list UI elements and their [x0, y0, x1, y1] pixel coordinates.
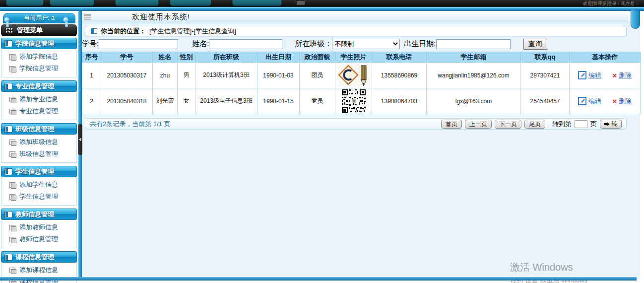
cell-photo: [335, 88, 372, 114]
cell-birthday: 1990-01-03: [258, 63, 300, 88]
edit-pencil-icon[interactable]: [578, 97, 586, 105]
menu-title: 管理菜单: [17, 26, 43, 35]
welcome-banner: 欢迎使用本系统!: [82, 11, 640, 23]
window-icon: [5, 126, 12, 132]
breadcrumb-path: [学生信息管理]-[学生信息查询]: [149, 27, 236, 36]
cell-phone: 13908064703: [372, 88, 427, 114]
menu-item-manage-teacher[interactable]: 教师信息管理: [1, 233, 76, 245]
copy-icon: [9, 97, 15, 102]
window-icon: [91, 28, 97, 34]
goto-page-input[interactable]: [575, 120, 587, 128]
topbar-menu-stub-1[interactable]: [6, 0, 44, 6]
col-header-email: 学生邮箱: [427, 52, 521, 63]
menu-item-label: 添加学院信息: [19, 52, 58, 61]
menu-group-header-teacher[interactable]: 教师信息管理: [1, 209, 77, 220]
app-window: 欢迎[管理员]登录！现在是： 当前用户: a 管理菜单 学院信息管理: [0, 0, 644, 283]
menu-group-header-major[interactable]: 专业信息管理: [1, 80, 77, 92]
menu-item-add-student[interactable]: 添加学生信息: [1, 179, 76, 191]
delete-x-icon[interactable]: ×: [612, 97, 617, 105]
right-arrow-icon: [604, 122, 610, 126]
welcome-text: 欢迎使用本系统!: [132, 12, 190, 22]
table-row: 1 201305030317 zhu 男 2013级计算机3班 1990-01-…: [82, 63, 641, 88]
menu-group-teacher: 教师信息管理 添加教师信息 教师信息管理: [1, 209, 77, 248]
header-accent-strip: [0, 6, 644, 11]
pushpin-icon: [63, 17, 68, 22]
birthday-input[interactable]: [436, 39, 511, 49]
window-icon: [5, 254, 12, 260]
menu-item-manage-student[interactable]: 学生信息管理: [1, 191, 76, 203]
menu-group-header-student[interactable]: 学生信息管理: [1, 166, 77, 177]
menu-item-label: 班级信息管理: [19, 149, 58, 158]
menu-item-add-teacher[interactable]: 添加教师信息: [1, 221, 76, 233]
delete-link[interactable]: 删除: [619, 97, 632, 106]
prev-page-button[interactable]: 上一页: [465, 120, 492, 129]
cell-actions: 编辑 × 删除: [570, 88, 641, 114]
menu-item-manage-college[interactable]: 学院信息管理: [1, 63, 76, 74]
col-header-phone: 联系电话: [372, 52, 427, 63]
pushpin-icon: [4, 17, 9, 22]
breadcrumb: 你当前的位置： [学生信息管理]-[学生信息查询]: [85, 26, 627, 36]
copy-icon: [9, 237, 15, 242]
edit-pencil-icon[interactable]: [578, 71, 586, 79]
search-form: 学号: 姓名: 所在班级： 不限制 出生日期: 查询: [82, 37, 640, 51]
delete-x-icon[interactable]: ×: [612, 71, 617, 79]
menu-item-add-course[interactable]: 添加课程信息: [1, 264, 76, 276]
cell-qq: 254540457: [521, 88, 570, 114]
menu-item-manage-major[interactable]: 专业信息管理: [1, 105, 76, 117]
first-page-button[interactable]: 首页: [441, 120, 462, 129]
cell-studentid: 201305040318: [101, 88, 153, 114]
cell-gender: 男: [178, 63, 195, 88]
class-label: 所在班级：: [295, 39, 332, 49]
menu-group-header-course[interactable]: 课程信息管理: [1, 251, 77, 263]
menu-group-header-class[interactable]: 班级信息管理: [1, 123, 77, 135]
copy-icon: [9, 194, 15, 200]
menu-item-add-college[interactable]: 添加学院信息: [1, 51, 76, 63]
login-status-text: 欢迎[管理员]登录！现在是：: [583, 0, 639, 6]
next-page-button[interactable]: 下一页: [495, 120, 521, 129]
col-header-actions: 基本操作: [570, 52, 641, 63]
hamburger-icon[interactable]: [297, 1, 305, 2]
name-input[interactable]: [209, 39, 282, 49]
frame-corner-tab: [631, 10, 640, 29]
menu-group-class: 班级信息管理 添加班级信息 班级信息管理: [1, 123, 77, 163]
go-button[interactable]: 转: [600, 120, 622, 129]
col-header-studentid: 学号: [101, 52, 153, 63]
last-page-button[interactable]: 尾页: [524, 120, 545, 129]
drag-handle-icon: [84, 14, 91, 20]
topbar-menu-stub-3[interactable]: [115, 0, 159, 6]
current-user-label: 当前用户: a: [24, 14, 54, 22]
edit-link[interactable]: 编辑: [588, 97, 601, 106]
menu-item-label: 学生信息管理: [19, 192, 58, 201]
col-header-qq: 联系qq: [521, 52, 570, 63]
menu-group-college: 学院信息管理 添加学院信息 学院信息管理: [1, 38, 77, 77]
pagination-bar: 共有2条记录，当前第 1/1 页 首页 上一页 下一页 尾页 转到第 页 转: [85, 118, 627, 130]
col-header-class: 所在班级: [195, 52, 258, 63]
menu-group-title: 课程信息管理: [15, 253, 54, 262]
topbar-menu-stub-2[interactable]: [50, 0, 94, 6]
student-id-input[interactable]: [99, 39, 178, 49]
query-button[interactable]: 查询: [523, 39, 547, 50]
delete-link[interactable]: 删除: [619, 71, 632, 80]
menu-group-student: 学生信息管理 添加学生信息 学生信息管理: [1, 166, 77, 206]
collapse-arrow-icon: [79, 138, 81, 142]
menu-group-header-college[interactable]: 学院信息管理: [1, 38, 77, 49]
class-select[interactable]: 不限制: [332, 39, 400, 49]
topbar-menu-stub-4[interactable]: [170, 0, 211, 6]
col-header-seq: 序号: [82, 52, 101, 63]
copy-icon: [9, 268, 15, 273]
window-icon: [5, 41, 12, 47]
menu-group-title: 学院信息管理: [15, 39, 54, 48]
cell-studentid: 201305030317: [101, 63, 153, 88]
menu-item-manage-class[interactable]: 班级信息管理: [1, 148, 76, 160]
grid-icon: [5, 27, 13, 33]
edit-link[interactable]: 编辑: [588, 71, 601, 80]
splitter-handle[interactable]: [78, 124, 82, 155]
col-header-political: 政治面貌: [300, 52, 335, 63]
menu-item-add-class[interactable]: 添加班级信息: [1, 136, 76, 148]
watermark-line1: 激活 Windows: [510, 261, 587, 274]
menu-item-add-major[interactable]: 添加专业信息: [1, 93, 76, 105]
go-button-label: 转: [611, 120, 617, 128]
col-header-gender: 性别: [178, 52, 195, 63]
topbar-menu-stub-5[interactable]: [232, 0, 282, 6]
window-icon: [5, 83, 12, 89]
